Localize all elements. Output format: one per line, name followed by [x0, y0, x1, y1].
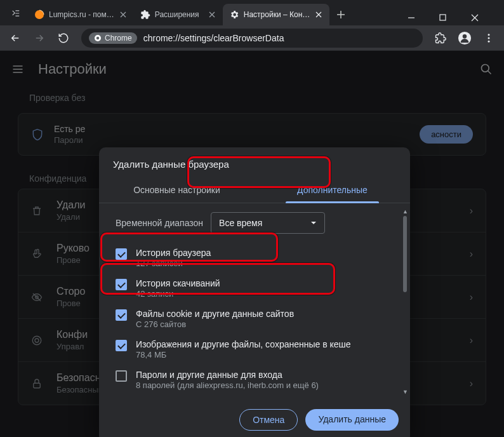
gear-favicon-icon: [229, 10, 239, 20]
time-range-label: Временной диапазон: [116, 218, 203, 228]
option-title: История скачиваний: [136, 278, 220, 288]
back-button[interactable]: [5, 28, 25, 48]
scroll-down-icon[interactable]: ▼: [402, 389, 408, 395]
minimize-button[interactable]: [408, 14, 425, 22]
close-window-button[interactable]: [471, 14, 489, 22]
svg-rect-1: [440, 15, 446, 20]
option-sub: 78,4 МБ: [136, 350, 351, 360]
close-icon[interactable]: [208, 10, 216, 19]
option-sub: С 276 сайтов: [136, 319, 294, 329]
svg-point-6: [488, 34, 490, 36]
option-title: Пароли и другие данные для входа: [136, 370, 319, 380]
option-row[interactable]: История скачиваний42 записи: [112, 273, 397, 304]
scroll-thumb[interactable]: [403, 216, 407, 292]
url-text: chrome://settings/clearBrowserData: [143, 33, 284, 43]
svg-point-7: [488, 37, 490, 39]
puzzle-favicon-icon: [140, 10, 150, 20]
cancel-button[interactable]: Отмена: [239, 409, 298, 431]
maximize-button[interactable]: [439, 14, 457, 22]
tab-title: Настройки – Кон…: [244, 10, 310, 19]
svg-point-3: [96, 36, 100, 39]
scrollbar[interactable]: ▲ ▼: [402, 208, 408, 395]
dialog-title: Удалить данные браузера: [99, 147, 410, 177]
chevron-down-icon: [310, 220, 317, 226]
scroll-up-icon[interactable]: ▲: [402, 208, 408, 215]
select-value: Все время: [219, 218, 262, 228]
close-icon[interactable]: [119, 10, 128, 19]
checkbox[interactable]: [116, 340, 127, 351]
option-sub: 8 паролей (для aliexpress.ru, iherb.com …: [136, 380, 319, 390]
tab-lumpics[interactable]: Lumpics.ru - пом…: [28, 4, 134, 25]
option-title: История браузера: [136, 248, 211, 258]
checkbox[interactable]: [116, 370, 127, 382]
reload-button[interactable]: [53, 28, 74, 48]
forward-button: [29, 28, 50, 48]
option-title: Изображения и другие файлы, сохраненные …: [136, 339, 351, 349]
option-row[interactable]: Файлы cookie и другие данные сайтовС 276…: [112, 304, 397, 334]
dialog-body: Временной диапазон Все время История бра…: [99, 203, 410, 400]
option-row[interactable]: История браузера127 записей: [112, 243, 397, 273]
checkbox[interactable]: [116, 309, 127, 321]
tab-title: Lumpics.ru - пом…: [49, 10, 114, 19]
tab-strip: Lumpics.ru - пом… Расширения Настройки –…: [0, 0, 504, 25]
tab-basic[interactable]: Основные настройки: [99, 177, 255, 203]
option-title: Файлы cookie и другие данные сайтов: [136, 309, 294, 319]
settings-page: Настройки Проверка без Есть ре Пароли ас…: [0, 51, 504, 437]
option-row[interactable]: Изображения и другие файлы, сохраненные …: [112, 334, 397, 365]
close-icon[interactable]: [314, 10, 323, 19]
time-range-select[interactable]: Все время: [211, 212, 325, 234]
checkbox[interactable]: [116, 248, 127, 260]
checkbox[interactable]: [116, 279, 127, 290]
svg-point-8: [488, 40, 490, 42]
tab-search-button[interactable]: [8, 5, 24, 22]
orange-favicon-icon: [34, 10, 44, 20]
profile-button[interactable]: [454, 28, 475, 48]
browser-toolbar: Chrome chrome://settings/clearBrowserDat…: [0, 25, 504, 51]
svg-point-5: [463, 34, 467, 38]
tab-extensions[interactable]: Расширения: [134, 4, 223, 25]
option-row[interactable]: Пароли и другие данные для входа8 пароле…: [112, 365, 397, 395]
dialog-tabs: Основные настройки Дополнительные: [99, 177, 410, 203]
window-controls: [408, 14, 499, 25]
tab-title: Расширения: [155, 10, 203, 19]
menu-button[interactable]: [479, 28, 499, 48]
option-sub: 42 записи: [136, 289, 220, 299]
address-bar[interactable]: Chrome chrome://settings/clearBrowserDat…: [81, 29, 423, 48]
option-sub: 127 записей: [136, 259, 211, 268]
time-range-row: Временной диапазон Все время: [116, 212, 397, 234]
extensions-button[interactable]: [430, 28, 451, 48]
tab-settings[interactable]: Настройки – Кон…: [223, 4, 329, 25]
option-row[interactable]: Данные для автозаполнения: [112, 395, 397, 400]
new-tab-button[interactable]: [332, 6, 350, 24]
chip-label: Chrome: [105, 34, 132, 43]
tab-advanced[interactable]: Дополнительные: [255, 177, 410, 203]
clear-data-dialog: Удалить данные браузера Основные настрой…: [99, 147, 410, 437]
clear-data-button[interactable]: Удалить данные: [305, 409, 399, 431]
chrome-chip: Chrome: [89, 32, 137, 44]
dialog-actions: Отмена Удалить данные: [99, 400, 410, 437]
